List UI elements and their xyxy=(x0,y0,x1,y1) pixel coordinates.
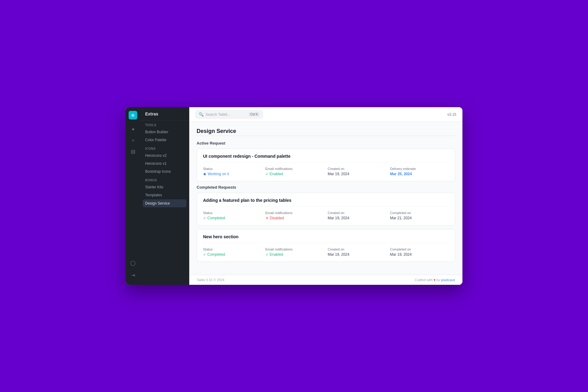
rail-icon-doc[interactable]: ▤ xyxy=(128,146,138,156)
footer-copyright: Tailkit 3.15 © 2024 xyxy=(197,278,224,282)
search-shortcut: Ctrl K xyxy=(249,112,259,116)
rail-icon-user[interactable]: ◯ xyxy=(128,258,138,268)
active-status-value: ⏺ Working on it xyxy=(203,172,262,176)
comp2-email-label: Email notifications xyxy=(266,247,324,251)
title-divider xyxy=(197,136,455,136)
icon-rail: ⊕ ✦ ✧ ▤ ◯ ⇥ xyxy=(126,107,140,285)
sidebar-item-button-builder[interactable]: Button Builder xyxy=(140,128,189,136)
comp1-completed-value: Mar 21, 2024 xyxy=(390,216,449,220)
comp2-enabled-icon: ✓ xyxy=(266,252,269,257)
bottom-icons: ◯ ⇥ xyxy=(128,258,138,281)
completed-request-2-title: New hero section xyxy=(203,234,449,243)
app-window: ⊕ ✦ ✧ ▤ ◯ ⇥ Extras TOOLS Button Builder … xyxy=(126,107,462,285)
active-request-card: UI component redesign - Command palette … xyxy=(197,149,455,181)
nav-sidebar: Extras TOOLS Button Builder Color Palett… xyxy=(140,107,189,285)
sidebar-item-design-service[interactable]: Design Service xyxy=(143,199,187,207)
comp2-status-label: Status xyxy=(203,247,262,251)
comp2-check-icon: ✓ xyxy=(203,252,206,257)
search-box[interactable]: 🔍 Search Tailkit... Ctrl K xyxy=(195,110,263,119)
heart-icon: ♥ xyxy=(434,278,437,282)
rail-icon-puzzle[interactable]: ✦ xyxy=(128,124,138,134)
topbar: 🔍 Search Tailkit... Ctrl K v3.15 xyxy=(189,107,462,122)
main-content: 🔍 Search Tailkit... Ctrl K v3.15 Design … xyxy=(189,107,462,285)
comp2-created-value: Mar 19, 2024 xyxy=(328,252,386,257)
active-email-col: Email notifications ✓ Enabled xyxy=(266,167,324,176)
completed-request-1-title: Adding a featured plan to the pricing ta… xyxy=(203,198,449,207)
active-status-col: Status ⏺ Working on it xyxy=(203,167,262,176)
sidebar-title: Extras xyxy=(140,107,189,120)
comp1-status-label: Status xyxy=(203,211,262,215)
page-title: Design Service xyxy=(197,128,455,134)
completed-section-label: Completed Requests xyxy=(197,185,455,190)
completed-request-card-2: New hero section Status ✓ Completed Emai… xyxy=(197,229,455,262)
enabled-icon: ✓ xyxy=(266,172,269,176)
footer: Tailkit 3.15 © 2024 Crafted with ♥ by pi… xyxy=(189,275,462,285)
working-icon: ⏺ xyxy=(203,172,206,176)
footer-brand-link[interactable]: pixelcave xyxy=(441,278,455,282)
comp1-check-icon: ✓ xyxy=(203,216,206,220)
comp1-email-value: ✕ Disabled xyxy=(266,216,324,220)
active-created-label: Created on xyxy=(328,167,386,171)
content-area: Design Service Active Request UI compone… xyxy=(189,122,462,275)
search-icon: 🔍 xyxy=(199,112,204,117)
active-request-meta: Status ⏺ Working on it Email notificatio… xyxy=(203,167,449,176)
comp2-created-col: Created on Mar 19, 2024 xyxy=(328,247,386,257)
active-status-label: Status xyxy=(203,167,262,171)
active-section-label: Active Request xyxy=(197,141,455,145)
sidebar-item-bootstrap-icons[interactable]: Bootstrap Icons xyxy=(140,168,189,175)
rail-icon-logout[interactable]: ⇥ xyxy=(128,270,138,280)
completed-request-card-1: Adding a featured plan to the pricing ta… xyxy=(197,193,455,225)
version-badge: v3.15 xyxy=(447,112,456,117)
comp2-status-col: Status ✓ Completed xyxy=(203,247,262,257)
footer-crafted: Crafted with ♥ by pixelcave xyxy=(415,278,455,282)
sidebar-item-starter-kits[interactable]: Starter Kits xyxy=(140,183,189,191)
comp1-completed-col: Completed on Mar 21, 2024 xyxy=(390,211,449,220)
sidebar-item-color-palette[interactable]: Color Palette xyxy=(140,136,189,144)
logo-icon[interactable]: ⊕ xyxy=(129,111,137,119)
search-placeholder: Search Tailkit... xyxy=(205,112,230,117)
active-email-label: Email notifications xyxy=(266,167,324,171)
comp1-created-label: Created on xyxy=(328,211,386,215)
active-delivery-col: Delivery estimate Mar 25, 2024 xyxy=(390,167,449,176)
rail-icon-sparkle[interactable]: ✧ xyxy=(128,135,138,145)
sidebar-item-heroicons-v2[interactable]: Heroicons v2 xyxy=(140,152,189,160)
sidebar-item-templates[interactable]: Templates xyxy=(140,191,189,199)
comp2-status-value: ✓ Completed xyxy=(203,252,262,257)
active-delivery-value: Mar 25, 2024 xyxy=(390,172,449,176)
comp1-email-col: Email notifications ✕ Disabled xyxy=(266,211,324,220)
active-created-col: Created on Mar 19, 2024 xyxy=(328,167,386,176)
comp1-email-label: Email notifications xyxy=(266,211,324,215)
comp1-created-col: Created on Mar 19, 2024 xyxy=(328,211,386,220)
bonus-section-label: BONUS xyxy=(140,175,189,183)
completed-request-2-meta: Status ✓ Completed Email notifications ✓… xyxy=(203,247,449,257)
comp1-completed-label: Completed on xyxy=(390,211,449,215)
completed-request-1-meta: Status ✓ Completed Email notifications ✕… xyxy=(203,211,449,220)
comp2-created-label: Created on xyxy=(328,247,386,251)
comp2-completed-value: Mar 19, 2024 xyxy=(390,252,449,257)
active-created-value: Mar 19, 2024 xyxy=(328,172,386,176)
comp1-status-value: ✓ Completed xyxy=(203,216,262,220)
comp2-completed-col: Completed on Mar 19, 2024 xyxy=(390,247,449,257)
active-email-value: ✓ Enabled xyxy=(266,172,324,176)
comp2-email-value: ✓ Enabled xyxy=(266,252,324,257)
icons-section-label: ICONS xyxy=(140,144,189,152)
comp1-disabled-icon: ✕ xyxy=(266,216,269,220)
sidebar-item-heroicons-v1[interactable]: Heroicons v1 xyxy=(140,160,189,168)
comp2-email-col: Email notifications ✓ Enabled xyxy=(266,247,324,257)
active-delivery-label: Delivery estimate xyxy=(390,167,449,171)
comp1-created-value: Mar 19, 2024 xyxy=(328,216,386,220)
tools-section-label: TOOLS xyxy=(140,120,189,128)
comp1-status-col: Status ✓ Completed xyxy=(203,211,262,220)
comp2-completed-label: Completed on xyxy=(390,247,449,251)
active-request-title: UI component redesign - Command palette xyxy=(203,154,449,163)
